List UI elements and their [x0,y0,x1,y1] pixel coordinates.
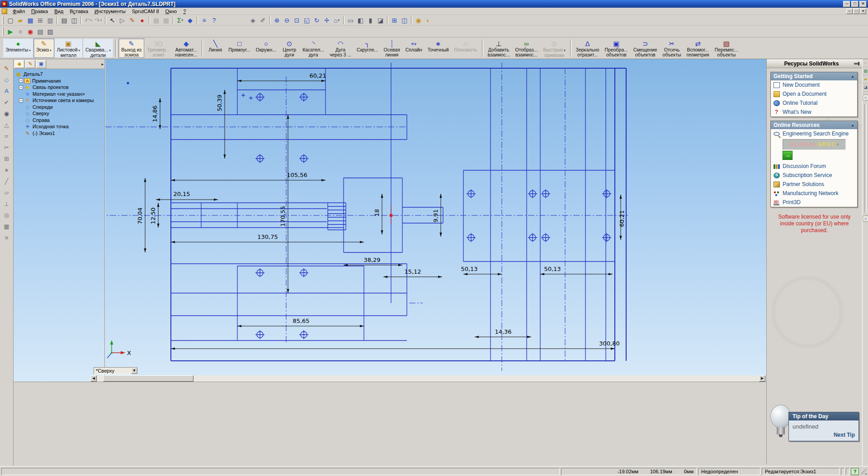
menu-вид[interactable]: Вид [51,8,66,14]
run-macro-icon[interactable]: ▶ [5,27,15,36]
cm-добавить-button[interactable]: ⊥Добавитьвзаимос... [485,38,513,58]
configurationmanager-tab[interactable]: ▣ [36,60,46,68]
standard-views-icon[interactable]: ⌂▾ [332,15,342,25]
dimension-label[interactable]: 38,29 [363,257,380,263]
menu-инструменты[interactable]: Инструменты [91,8,129,14]
cm-перемес--button[interactable]: ▧Перемес...объекты [712,38,741,58]
new-document-link[interactable]: New Document [771,80,857,89]
menu-вставка[interactable]: Вставка [66,8,91,14]
open-document-icon[interactable]: ▰ [15,15,25,25]
sketch-entity-icon[interactable]: ◇ [2,75,12,84]
dimension-label[interactable]: 50,13 [544,266,561,272]
zoom-in-icon[interactable]: ⊕ [272,15,282,25]
partner-solutions-link[interactable]: Partner Solutions [771,180,857,189]
pattern-icon[interactable]: ▦ [2,222,12,231]
print3d-link[interactable]: Print3D [771,198,857,207]
menu-файл[interactable]: Файл [9,8,28,14]
menu-правка[interactable]: Правка [28,8,51,14]
panel-collapse-arrow-icon[interactable]: ▸ [101,62,104,66]
dimension-label[interactable]: 130,75 [257,233,278,240]
cm-прямоуг--button[interactable]: □Прямоуг... [226,38,253,58]
sketch-icon[interactable]: ✎ [127,15,137,25]
section-header[interactable]: Getting Started▲ [771,72,857,80]
expand-icon[interactable]: + [19,85,23,89]
pan-icon[interactable]: ✛ [322,15,332,25]
section-view-icon[interactable]: ◪ [376,15,386,25]
trim-icon[interactable]: ✂ [2,143,12,152]
dimension-label[interactable]: 105,56 [287,172,307,178]
cm-линия-button[interactable]: ╲Линия [205,38,226,58]
smart-dimension-icon[interactable]: ✎ [2,64,12,73]
select-icon[interactable]: ↖ [108,15,118,25]
rotate-view-icon[interactable]: ↻ [312,15,322,25]
search-tab[interactable]: ◪ [863,84,868,92]
snap-icon[interactable]: ◎ [2,210,12,219]
cm-эскиз-button[interactable]: ✎Эскиз ▾ [33,38,54,58]
dimension-label[interactable]: 85,65 [292,317,309,324]
online-tutorial-link[interactable]: Online Tutorial [771,98,857,107]
new-document-icon[interactable]: ▢ [5,15,15,25]
cm-сплайн-button[interactable]: ∾Сплайн [403,38,425,58]
cm-смещение-button[interactable]: ⊃Смещениеобъектов [631,38,660,58]
tree-item-спереди[interactable]: ◇Спереди [15,104,104,111]
dimension-label[interactable]: 18 [373,209,380,217]
print-icon[interactable]: ▤ [59,15,69,25]
record-macro-icon[interactable]: ◉ [25,27,35,36]
expand-icon[interactable]: + [19,79,23,83]
expand-pane-chevron-icon[interactable]: » [863,94,868,101]
dimension-label[interactable]: 20,15 [173,191,190,197]
tree-item-материал-не-указан-[interactable]: ≡Материал <не указан> [15,91,104,98]
cm-преобра--button[interactable]: ▣Преобра...объектов [602,38,631,58]
scroll-left-icon[interactable]: ◀ [90,375,97,382]
tree-item-исходная-точка[interactable]: ✛Исходная точка [15,123,104,130]
cm-точечный-button[interactable]: ∗Точечный [425,38,452,58]
wireframe-icon[interactable]: ▭ [346,15,356,25]
dimension-label[interactable]: 12,50 [150,207,156,224]
dimension-label[interactable]: 60,21 [618,210,625,227]
cm-автомат--button[interactable]: ◆Автомат...нанесен... [172,38,200,58]
tool-b-icon[interactable]: ✐ [258,15,268,25]
centerline-icon[interactable]: ╱ [2,177,12,186]
menu-sprutcam-8[interactable]: SprutCAM 8 [129,8,162,14]
options-icon[interactable]: ≡ [199,15,209,25]
cm-сварива--button[interactable]: ◣Сварива... ▾детали [83,38,113,58]
discussion-forum-link[interactable]: Discussion Forum [771,162,857,171]
shaded-icon[interactable]: ▮ [366,15,376,25]
go-arrow-button[interactable]: → [783,151,793,160]
propertymanager-tab[interactable]: ✎ [25,60,35,68]
add-relation-icon[interactable]: ⊥ [2,199,12,208]
grid-icon[interactable]: ⊞ [2,154,12,163]
chevron-down-icon[interactable]: ▼ [131,368,137,374]
view-orientation-dropdown[interactable]: *Сверху ▼ [94,367,138,374]
expand-pane-chevron-icon[interactable]: » [863,215,868,222]
make-drawing-icon[interactable]: ⊞ [35,15,45,25]
sketch-drawing[interactable]: X 60,2150,3914,86105,5620,1570,0412,5017… [105,59,766,382]
viewport-single-icon[interactable]: ◫ [400,15,410,25]
dimension-label[interactable]: 170,55 [279,206,286,227]
drawing-canvas[interactable]: X 60,2150,3914,86105,5620,1570,0412,5017… [14,59,766,382]
zoom-out-icon[interactable]: ⊖ [282,15,292,25]
hidden-lines-icon[interactable]: ◧ [356,15,366,25]
zoom-area-icon[interactable]: ⊡ [292,15,302,25]
resize-grip[interactable] [860,468,867,475]
tree-item-сверху[interactable]: ◇Сверху [15,110,104,117]
expand-icon[interactable]: + [19,98,23,103]
tool-a-icon[interactable]: ◈ [248,15,258,25]
zoom-fit-icon[interactable]: ◱ [302,15,312,25]
next-tip-link[interactable]: Next Tip [789,431,859,441]
select-other-icon[interactable]: ▷ [118,15,127,25]
menu-icon[interactable]: ≡ [2,233,12,242]
open-a-document-link[interactable]: Open a Document [771,89,857,98]
dimension-label[interactable]: 60,21 [309,72,326,79]
new-macro-icon[interactable]: ▤ [35,27,45,36]
cm-дуга-button[interactable]: ◠Дугачерез 3 ... [327,38,354,58]
child-restore-button[interactable] [853,9,859,14]
maximize-button[interactable] [851,1,859,7]
canvas-horizontal-scrollbar[interactable]: ◀ ▶ [90,375,765,382]
home-tab[interactable]: ⌂ [863,59,868,67]
collapse-icon[interactable]: ▲ [851,123,854,127]
shadows-icon[interactable]: ◐ [424,15,434,25]
help-icon[interactable]: ? [209,15,219,25]
close-button[interactable] [859,1,867,7]
dimension-label[interactable]: 70,04 [137,207,143,224]
